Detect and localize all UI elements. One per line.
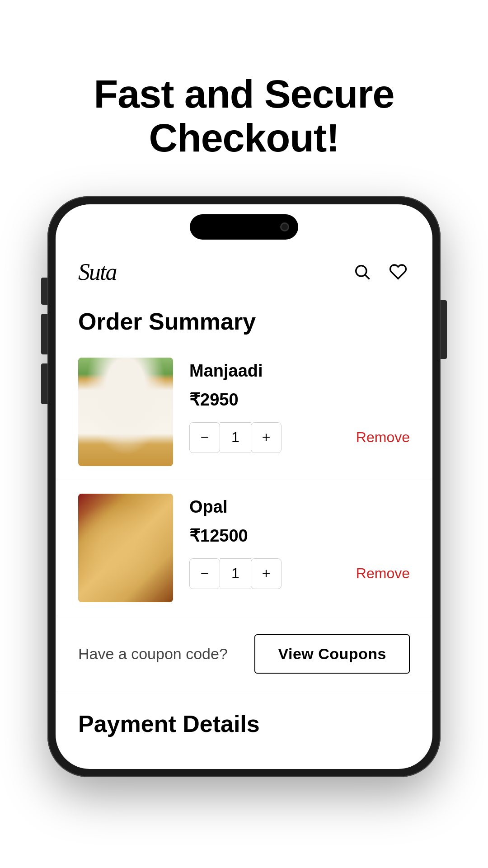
hero-title: Fast and Secure Checkout!: [0, 72, 488, 160]
heart-icon: [389, 263, 407, 281]
quantity-increase-manjaadi[interactable]: +: [251, 422, 282, 453]
quantity-row-manjaadi: − 1 + Remove: [189, 422, 410, 453]
remove-button-opal[interactable]: Remove: [356, 565, 410, 582]
product-item-1: Manjaadi ₹2950 − 1 + Remove: [56, 344, 432, 480]
product-item-2: Opal ₹12500 − 1 + Remove: [56, 480, 432, 616]
silent-button: [41, 278, 47, 305]
product-price-opal: ₹12500: [189, 526, 410, 546]
side-buttons-right: [441, 300, 447, 359]
app-header: Suta: [56, 250, 432, 294]
payment-details-title: Payment Details: [56, 692, 432, 742]
coupon-label: Have a coupon code?: [78, 645, 228, 663]
search-icon: [353, 263, 371, 281]
product-details-opal: Opal ₹12500 − 1 + Remove: [189, 494, 410, 589]
quantity-decrease-opal[interactable]: −: [189, 558, 220, 589]
search-button[interactable]: [350, 260, 374, 283]
phone-mockup: Suta Order Summary: [47, 196, 441, 777]
product-name-opal: Opal: [189, 497, 410, 517]
wishlist-button[interactable]: [386, 260, 410, 283]
dynamic-island: [190, 214, 298, 240]
quantity-row-opal: − 1 + Remove: [189, 558, 410, 589]
product-image-opal: [78, 494, 173, 602]
header-icons: [350, 260, 410, 283]
svg-line-1: [366, 275, 370, 279]
quantity-controls-manjaadi: − 1 +: [189, 422, 282, 453]
brand-logo: Suta: [78, 259, 116, 285]
quantity-decrease-manjaadi[interactable]: −: [189, 422, 220, 453]
side-buttons-left: [41, 278, 47, 404]
product-price-manjaadi: ₹2950: [189, 390, 410, 410]
product-details-manjaadi: Manjaadi ₹2950 − 1 + Remove: [189, 358, 410, 453]
coupon-section: Have a coupon code? View Coupons: [56, 616, 432, 692]
product-image-manjaadi: [78, 358, 173, 466]
view-coupons-button[interactable]: View Coupons: [254, 634, 410, 674]
remove-button-manjaadi[interactable]: Remove: [356, 429, 410, 446]
phone-screen: Suta Order Summary: [56, 204, 432, 769]
quantity-value-opal: 1: [220, 558, 251, 589]
product-name-manjaadi: Manjaadi: [189, 361, 410, 381]
quantity-value-manjaadi: 1: [220, 422, 251, 453]
quantity-increase-opal[interactable]: +: [251, 558, 282, 589]
order-summary-title: Order Summary: [56, 294, 432, 344]
volume-up-button: [41, 314, 47, 354]
quantity-controls-opal: − 1 +: [189, 558, 282, 589]
power-button: [441, 300, 447, 359]
svg-point-0: [356, 266, 366, 276]
app-content: Suta Order Summary: [56, 204, 432, 769]
front-camera: [280, 222, 289, 231]
volume-down-button: [41, 363, 47, 404]
